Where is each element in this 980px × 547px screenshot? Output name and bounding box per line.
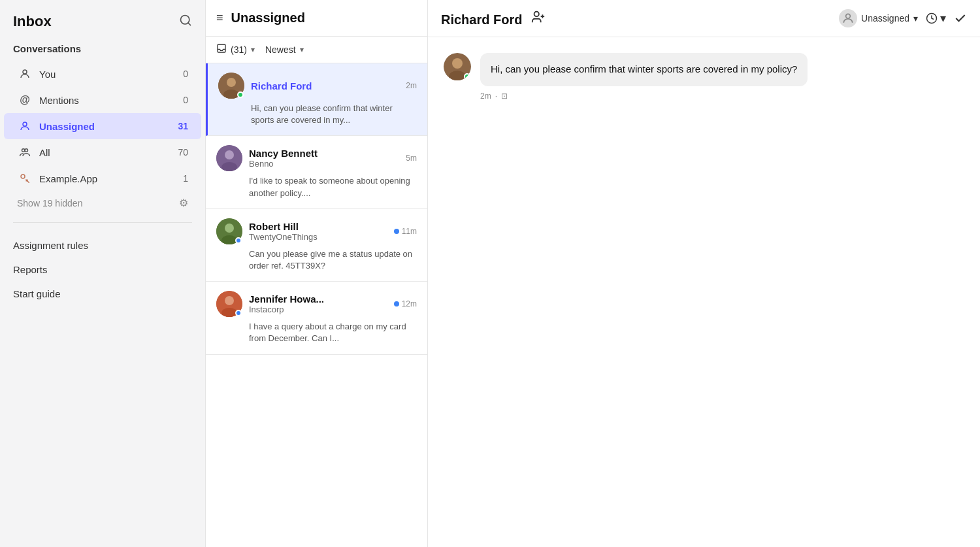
right-header-actions: Unassigned ▾ ▾ <box>839 9 967 27</box>
sidebar-item-you[interactable]: You 0 <box>4 61 201 87</box>
sidebar-item-mentions[interactable]: @ Mentions 0 <box>4 87 201 113</box>
sidebar-item-exampleapp[interactable]: Example.App 1 <box>4 165 201 191</box>
inbox-icon <box>216 43 227 56</box>
conv-sub: TwentyOneThings <box>249 232 387 242</box>
check-button[interactable] <box>954 12 967 25</box>
assignee-button[interactable]: Unassigned ▾ <box>839 9 918 27</box>
conv-preview: I have a query about a charge on my card… <box>216 321 417 344</box>
svg-rect-10 <box>218 44 225 52</box>
inbox-chevron-icon: ▾ <box>251 45 255 54</box>
inbox-filter-button[interactable]: (31) ▾ <box>216 43 255 56</box>
message-separator: · <box>495 91 497 101</box>
assignee-label: Unassigned <box>861 13 909 24</box>
conv-name: Nancy Bennett <box>249 148 399 159</box>
svg-point-29 <box>452 58 463 69</box>
svg-point-6 <box>21 174 25 178</box>
sidebar-item-assignment-rules[interactable]: Assignment rules <box>0 233 205 257</box>
sidebar-item-all-count: 70 <box>178 147 188 157</box>
middle-panel: ≡ Unassigned (31) ▾ Newest ▾ <box>206 0 428 547</box>
svg-point-21 <box>225 296 234 305</box>
sidebar-item-start-guide[interactable]: Start guide <box>0 282 205 306</box>
conversations-section-label: Conversations <box>0 43 205 61</box>
sidebar-item-exampleapp-label: Example.App <box>39 173 183 184</box>
assignee-chevron-icon: ▾ <box>913 13 918 24</box>
sidebar-item-mentions-label: Mentions <box>39 95 183 106</box>
conversation-list: Richard Ford 2m Hi, can you please confi… <box>206 63 427 547</box>
avatar-wrap <box>218 73 244 99</box>
conv-time: 5m <box>406 154 417 163</box>
conv-time: 12m <box>402 299 417 308</box>
sort-chevron-icon: ▾ <box>300 45 304 54</box>
sidebar-item-unassigned-label: Unassigned <box>39 121 178 132</box>
conv-info: Richard Ford <box>251 80 399 91</box>
right-body: Hi, can you please confirm that winter s… <box>428 37 980 547</box>
message-meta: 2m · ⊡ <box>444 91 964 101</box>
translate-icon[interactable]: ⊡ <box>501 91 508 101</box>
conversation-item-richard-ford[interactable]: Richard Ford 2m Hi, can you please confi… <box>206 63 427 136</box>
hamburger-icon[interactable]: ≡ <box>216 11 223 25</box>
conversation-item-robert-hill[interactable]: Robert Hill TwentyOneThings 11m Can you … <box>206 209 427 282</box>
filter-bar: (31) ▾ Newest ▾ <box>206 37 427 63</box>
svg-point-15 <box>225 150 234 159</box>
clock-chevron-icon: ▾ <box>940 11 946 25</box>
online-indicator <box>235 310 242 316</box>
sidebar-item-unassigned[interactable]: Unassigned 31 <box>4 113 201 139</box>
add-user-icon[interactable] <box>531 12 546 27</box>
conv-name: Jennifer Howa... <box>249 293 387 305</box>
search-icon[interactable] <box>179 14 192 30</box>
message-bubble: Hi, can you please confirm that winter s… <box>480 53 808 86</box>
conv-info: Robert Hill TwentyOneThings <box>249 221 387 242</box>
avatar-wrap <box>216 291 242 317</box>
message-online-indicator <box>464 73 470 80</box>
contact-name: Richard Ford <box>441 10 831 27</box>
sort-label: Newest <box>265 44 296 55</box>
avatar-wrap <box>216 145 242 171</box>
sidebar-item-exampleapp-count: 1 <box>183 173 188 184</box>
show-hidden-label: Show 19 hidden <box>17 198 179 208</box>
key-icon <box>17 171 33 186</box>
message-text: Hi, can you please confirm that winter s… <box>491 63 797 75</box>
sidebar-title: Inbox <box>13 13 52 30</box>
sidebar-item-reports[interactable]: Reports <box>0 257 205 282</box>
gear-icon[interactable]: ⚙ <box>179 197 188 209</box>
clock-button[interactable]: ▾ <box>926 11 946 25</box>
svg-point-12 <box>227 78 236 87</box>
sort-filter-button[interactable]: Newest ▾ <box>265 44 304 55</box>
sidebar-item-all[interactable]: All 70 <box>4 139 201 165</box>
conv-preview: I'd like to speak to someone about openi… <box>216 175 417 199</box>
sidebar-bottom-nav: Assignment rules Reports Start guide <box>0 231 205 308</box>
conversation-item-jennifer-howard[interactable]: Jennifer Howa... Instacorp 12m I have a … <box>206 282 427 354</box>
sidebar-item-you-count: 0 <box>183 69 188 79</box>
sidebar-divider <box>13 222 192 223</box>
middle-header: ≡ Unassigned <box>206 0 427 37</box>
avatar-wrap <box>216 218 242 244</box>
sidebar-item-unassigned-count: 31 <box>178 121 188 131</box>
sidebar: Inbox Conversations You 0 @ Mentions 0 <box>0 0 206 547</box>
unread-dot <box>394 229 399 234</box>
you-icon <box>17 66 33 82</box>
inbox-filter-label: (31) <box>231 44 247 55</box>
show-hidden-button[interactable]: Show 19 hidden ⚙ <box>4 191 201 214</box>
online-indicator <box>237 91 244 98</box>
unassigned-icon <box>17 118 33 134</box>
message-sender-avatar <box>444 53 471 80</box>
conv-name: Robert Hill <box>249 221 387 232</box>
svg-point-5 <box>25 149 28 152</box>
svg-point-23 <box>534 11 539 16</box>
sidebar-item-all-label: All <box>39 147 178 158</box>
avatar <box>216 145 242 171</box>
conv-time: 2m <box>406 81 417 90</box>
conv-sub: Instacorp <box>249 305 387 314</box>
conversation-item-nancy-bennett[interactable]: Nancy Bennett Benno 5m I'd like to speak… <box>206 136 427 208</box>
message-row: Hi, can you please confirm that winter s… <box>444 53 964 86</box>
svg-point-26 <box>846 14 851 18</box>
unread-dot <box>394 301 399 307</box>
svg-point-3 <box>23 122 27 126</box>
conv-time: 11m <box>402 227 417 236</box>
sidebar-item-mentions-count: 0 <box>183 95 188 105</box>
mentions-icon: @ <box>17 92 33 108</box>
right-panel: Richard Ford Unassigned ▾ ▾ <box>428 0 980 547</box>
contact-name-text: Richard Ford <box>441 12 522 27</box>
conv-sub: Benno <box>249 159 399 169</box>
conv-name: Richard Ford <box>251 80 399 91</box>
